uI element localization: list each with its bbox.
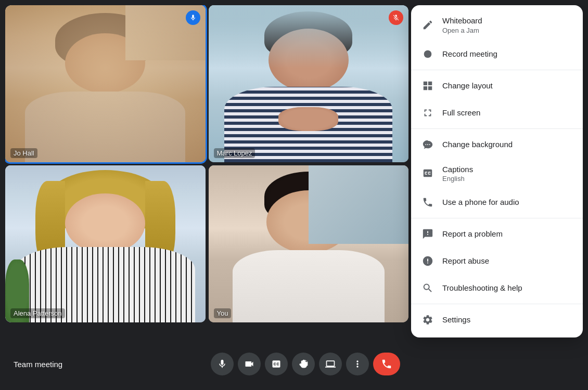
troubleshoot-icon [421,282,434,294]
video-tile-jo-hall: Jo Hall [5,5,206,162]
menu-item-captions-sublabel: English [442,175,572,183]
menu-item-fullscreen-text: Full screen [442,108,572,118]
menu-item-troubleshoot-text: Troubleshooting & help [442,283,572,293]
menu-item-captions-text: Captions English [442,164,572,183]
divider-3 [411,218,583,218]
menu-item-report-abuse-text: Report abuse [442,256,572,266]
raise-hand-button[interactable] [292,353,315,375]
participant-name-marc-lopez: Marc Lopez [214,148,255,158]
menu-item-change-layout-label: Change layout [442,81,572,91]
menu-item-phone-audio-text: Use a phone for audio [442,197,572,207]
muted-badge-marc-lopez [389,10,403,25]
menu-item-report-abuse[interactable]: Report abuse [411,248,583,275]
video-tile-you: You [209,165,409,322]
whiteboard-icon [421,19,434,31]
divider-2 [411,128,583,129]
video-grid: Jo Hall Marc Lopez [5,5,408,322]
menu-item-record-text: Record meeting [442,49,572,59]
menu-item-fullscreen[interactable]: Full screen [411,99,583,126]
toolbar: Team meeting [5,348,408,380]
menu-item-change-layout[interactable]: Change layout [411,72,583,99]
menu-item-troubleshoot-label: Troubleshooting & help [442,283,572,293]
menu-item-change-layout-text: Change layout [442,81,572,91]
phone-audio-icon [421,196,434,209]
menu-item-captions[interactable]: Captions English [411,158,583,189]
menu-item-settings-label: Settings [442,315,572,325]
menu-item-whiteboard-label: Whiteboard [442,16,572,26]
background-icon [421,138,434,151]
captions-button[interactable] [265,353,288,375]
present-button[interactable] [319,353,342,375]
video-tile-alena-patterson: Alena Patterson [5,165,206,322]
participant-name-alena-patterson: Alena Patterson [10,308,65,318]
menu-item-whiteboard-sublabel: Open a Jam [442,27,572,34]
microphone-button[interactable] [211,353,234,375]
meeting-name: Team meeting [14,360,62,369]
settings-icon [421,314,434,326]
participant-name-jo-hall: Jo Hall [10,148,37,158]
context-menu: Whiteboard Open a Jam Record meeting Cha… [411,5,583,337]
menu-item-whiteboard-text: Whiteboard Open a Jam [442,16,572,34]
menu-item-report-abuse-label: Report abuse [442,256,572,266]
menu-item-report-problem-text: Report a problem [442,229,572,239]
report-abuse-icon [421,255,434,267]
menu-item-record[interactable]: Record meeting [411,41,583,68]
menu-item-settings[interactable]: Settings [411,306,583,333]
participant-name-you: You [214,308,232,318]
menu-item-change-background[interactable]: Change background [411,131,583,158]
menu-item-record-label: Record meeting [442,49,572,59]
menu-item-phone-audio[interactable]: Use a phone for audio [411,189,583,216]
menu-item-fullscreen-label: Full screen [442,108,572,118]
toolbar-controls [211,353,400,375]
menu-item-report-problem-label: Report a problem [442,229,572,239]
menu-item-captions-label: Captions [442,164,572,175]
layout-icon [421,80,434,92]
report-problem-icon [421,228,434,240]
svg-point-0 [424,50,432,58]
mic-badge-jo-hall [186,10,200,25]
camera-button[interactable] [238,353,261,375]
menu-item-change-background-text: Change background [442,139,572,150]
menu-item-report-problem[interactable]: Report a problem [411,220,583,248]
menu-item-change-background-label: Change background [442,139,572,150]
end-call-button[interactable] [373,353,400,375]
more-options-button[interactable] [346,353,369,375]
fullscreen-icon [421,107,434,119]
captions-menu-icon [421,167,434,179]
divider-4 [411,304,583,304]
menu-item-phone-audio-label: Use a phone for audio [442,197,572,207]
menu-item-settings-text: Settings [442,315,572,325]
video-tile-marc-lopez: Marc Lopez [209,5,409,162]
menu-item-troubleshoot[interactable]: Troubleshooting & help [411,275,583,302]
record-icon [421,48,434,60]
menu-item-whiteboard[interactable]: Whiteboard Open a Jam [411,9,583,41]
divider-1 [411,70,583,70]
